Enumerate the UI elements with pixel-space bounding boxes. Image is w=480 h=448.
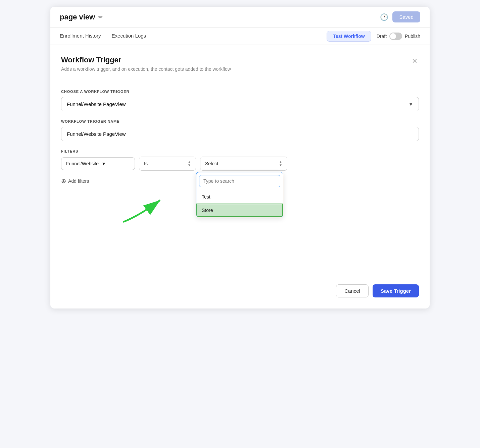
filter-funnel-value: Funnel/Website [66,161,99,166]
nav-bar: Enrollment History Execution Logs Test W… [50,27,430,45]
nav-item-execution-logs[interactable]: Execution Logs [112,27,146,45]
panel-header: Workflow Trigger Adds a workflow trigger… [61,56,419,72]
arrow-annotation [113,185,187,230]
page-title: page view [60,13,95,21]
draft-publish-toggle: Draft Publish [377,33,420,40]
add-filters-plus-icon: ⊕ [61,177,66,185]
publish-toggle[interactable] [389,33,402,40]
edit-icon[interactable]: ✏ [98,14,103,20]
divider [61,80,419,80]
cancel-button[interactable]: Cancel [336,284,369,297]
test-workflow-button[interactable]: Test Workflow [327,31,371,42]
nav-left: Enrollment History Execution Logs [60,27,146,45]
publish-label: Publish [405,34,420,39]
filter-value-popup: Test Store [196,172,283,217]
updown-arrows-icon: ▲ ▼ [188,160,191,167]
dropdown-item-store[interactable]: Store [196,204,283,217]
content-area: Workflow Trigger Adds a workflow trigger… [50,45,430,195]
trigger-type-value: Funnel/Website PageView [67,101,126,107]
header: page view ✏ 🕐 Saved [50,7,430,27]
save-trigger-button[interactable]: Save Trigger [373,284,419,297]
panel-title: Workflow Trigger [61,56,231,64]
add-filters-label: Add filters [68,178,89,184]
filter-value-dropdown[interactable]: Select ▲ ▼ [200,157,287,171]
search-input-wrap [196,172,283,190]
filter-is-dropdown[interactable]: Is ▲ ▼ [139,157,196,171]
filter-funnel-chevron-icon: ▼ [101,161,106,166]
close-icon[interactable]: ✕ [411,56,419,66]
chevron-down-icon: ▼ [409,102,413,107]
filters-row: Funnel/Website ▼ Is ▲ ▼ Select ▲ ▼ [61,157,419,171]
filter-value-updown-icon: ▲ ▼ [279,160,282,167]
nav-item-enrollment-history[interactable]: Enrollment History [60,27,101,45]
header-left: page view ✏ [60,13,103,21]
draft-label: Draft [377,34,387,39]
choose-trigger-label: CHOOSE A WORKFLOW TRIGGER [61,90,419,94]
trigger-name-input[interactable] [61,127,419,141]
history-icon[interactable]: 🕐 [380,13,388,21]
filters-label: FILTERS [61,149,419,153]
panel-subtitle: Adds a workflow trigger, and on executio… [61,66,231,72]
filter-funnel-dropdown[interactable]: Funnel/Website ▼ [61,157,135,170]
trigger-name-label: WORKFLOW TRIGGER NAME [61,119,419,123]
panel-title-group: Workflow Trigger Adds a workflow trigger… [61,56,231,72]
main-container: page view ✏ 🕐 Saved Enrollment History E… [50,7,430,309]
header-right: 🕐 Saved [380,11,420,22]
search-input[interactable] [199,175,280,187]
toggle-knob [390,33,396,39]
filter-value-label: Select [205,161,218,166]
dropdown-item-test[interactable]: Test [196,190,283,204]
trigger-type-dropdown[interactable]: Funnel/Website PageView ▼ [61,97,419,111]
filter-is-value: Is [144,161,148,166]
footer: Cancel Save Trigger [50,276,430,305]
nav-right: Test Workflow Draft Publish [327,31,420,42]
saved-button[interactable]: Saved [392,11,420,22]
